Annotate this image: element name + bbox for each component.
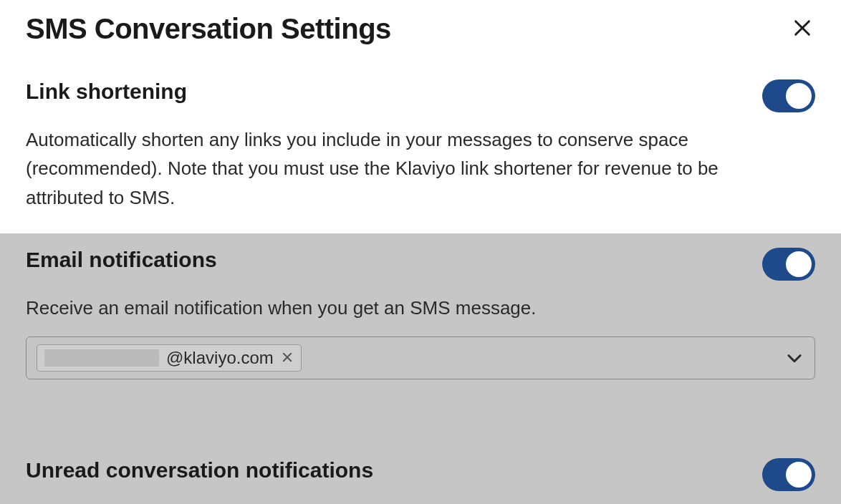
section-header: Unread conversation notifications [26,458,815,491]
close-icon [792,18,812,40]
chevron-down-icon [784,348,804,368]
toggle-knob [786,83,812,109]
section-unread-notifications: Unread conversation notifications Displa… [0,451,841,504]
email-chip-domain: @klaviyo.com [166,348,274,368]
email-notifications-title: Email notifications [26,248,217,272]
remove-email-button[interactable] [281,351,294,366]
close-icon [281,351,294,366]
modal-header: SMS Conversation Settings [0,0,841,65]
unread-notifications-title: Unread conversation notifications [26,458,373,483]
email-notifications-description: Receive an email notification when you g… [26,294,728,322]
section-link-shortening: Link shortening Automatically shorten an… [0,65,841,233]
link-shortening-title: Link shortening [26,79,187,104]
modal-title: SMS Conversation Settings [26,13,391,45]
close-button[interactable] [789,15,815,43]
section-header: Email notifications [26,248,815,281]
section-header: Link shortening [26,79,815,112]
email-recipients-select[interactable]: @klaviyo.com [26,336,815,379]
email-redacted-username [44,349,159,367]
spacer [26,379,815,430]
section-email-notifications: Email notifications Receive an email not… [0,233,841,451]
link-shortening-toggle[interactable] [762,79,815,112]
toggle-knob [786,462,812,488]
unread-notifications-toggle[interactable] [762,458,815,491]
email-chip: @klaviyo.com [37,344,302,372]
email-notifications-toggle[interactable] [762,248,815,281]
toggle-knob [786,251,812,277]
sms-conversation-settings-modal: SMS Conversation Settings Link shortenin… [0,0,841,504]
link-shortening-description: Automatically shorten any links you incl… [26,125,728,212]
